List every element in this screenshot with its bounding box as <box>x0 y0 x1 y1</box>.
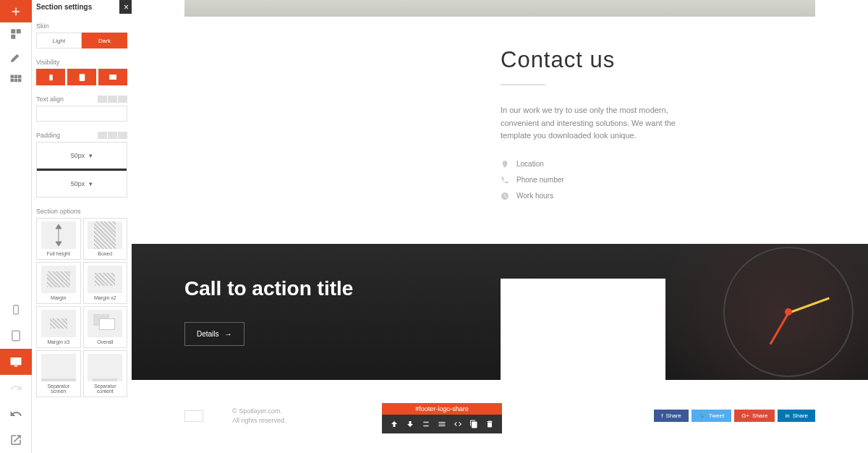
linkedin-icon: in <box>785 412 789 419</box>
option-fullheight[interactable]: Full height <box>36 218 81 260</box>
padding-box: 50px ▾ 50px ▾ <box>36 142 127 198</box>
visibility-label: Visibility <box>36 59 127 66</box>
svg-point-16 <box>424 422 425 423</box>
cta-title: Call to action title <box>184 277 353 300</box>
clock-decoration <box>723 247 854 377</box>
padding-bottom-value: 50px <box>71 180 85 187</box>
selector-toolbar <box>382 415 502 433</box>
contact-hours: Work hours <box>501 192 815 200</box>
svg-rect-14 <box>79 74 85 81</box>
svg-rect-9 <box>14 305 19 314</box>
desktop-preview[interactable] <box>0 349 32 375</box>
svg-rect-3 <box>11 75 14 79</box>
align-left[interactable] <box>98 96 107 103</box>
copy-button[interactable] <box>466 418 482 431</box>
skin-dark-button[interactable]: Dark <box>82 33 127 48</box>
contact-title: Contact us <box>501 47 815 73</box>
contact-divider <box>501 84 545 85</box>
align-center[interactable] <box>108 96 117 103</box>
svg-rect-2 <box>11 35 15 39</box>
open-external[interactable] <box>0 427 32 453</box>
padding-link3[interactable] <box>118 132 127 139</box>
padding-label: Padding <box>36 132 60 139</box>
align-right[interactable] <box>118 96 127 103</box>
option-label: Margin x2 <box>94 295 116 300</box>
phone-icon <box>501 176 509 185</box>
panel-content: Skin Light Dark Visibility Text align <box>32 14 132 406</box>
share-linkedin[interactable]: inShare <box>778 410 815 422</box>
padding-link1[interactable] <box>98 132 107 139</box>
redo-button[interactable] <box>0 375 32 401</box>
googleplus-icon: G+ <box>741 412 749 419</box>
layout-tool[interactable] <box>0 22 32 46</box>
cta-section[interactable]: Call to action title Details → <box>132 244 868 380</box>
skin-light-button[interactable]: Light <box>36 33 82 48</box>
details-button[interactable]: Details → <box>184 322 244 346</box>
contact-section[interactable]: Contact us In our work we try to use onl… <box>132 17 868 244</box>
svg-point-17 <box>425 422 427 423</box>
visibility-mobile[interactable] <box>36 69 65 85</box>
padding-top-value: 50px <box>71 152 85 159</box>
drag-handle[interactable] <box>418 418 434 431</box>
svg-rect-12 <box>14 365 18 367</box>
cta-placeholder-box[interactable] <box>501 279 665 380</box>
padding-bottom-select[interactable]: 50px ▾ <box>37 171 127 197</box>
grid-tool[interactable] <box>0 69 32 92</box>
option-label: Full height <box>47 251 70 256</box>
option-margin[interactable]: Margin <box>36 262 81 304</box>
tablet-preview[interactable] <box>0 323 32 349</box>
option-boxed[interactable]: Boxed <box>83 218 128 260</box>
element-selector: #footer-logo-share <box>382 403 502 433</box>
panel-header: Section settings × <box>32 0 132 14</box>
toolbar-top <box>0 0 31 92</box>
option-sepcontent[interactable]: Separator content <box>83 350 128 397</box>
padding-link2[interactable] <box>108 132 117 139</box>
svg-point-21 <box>427 426 429 427</box>
margin-preview <box>41 266 76 293</box>
option-label: Overall <box>97 339 113 344</box>
padding-top-select[interactable]: 50px ▾ <box>37 143 127 169</box>
move-up-button[interactable] <box>386 418 402 431</box>
svg-rect-8 <box>18 79 22 82</box>
copy-line2: All rights reserved. <box>232 416 286 426</box>
settings-button[interactable] <box>434 418 450 431</box>
edit-tool[interactable] <box>0 46 32 69</box>
delete-button[interactable] <box>482 418 498 431</box>
selector-label: #footer-logo-share <box>382 403 502 415</box>
visibility-tablet[interactable] <box>67 69 96 85</box>
option-marginx3[interactable]: Margin x3 <box>36 306 81 348</box>
close-icon[interactable]: × <box>119 0 132 14</box>
mobile-preview[interactable] <box>0 297 32 323</box>
option-overall[interactable]: Overall <box>83 306 128 348</box>
panel-title: Section settings <box>36 3 92 11</box>
option-marginx2[interactable]: Margin x2 <box>83 262 128 304</box>
visibility-group <box>36 69 127 85</box>
svg-rect-7 <box>14 79 18 82</box>
svg-point-18 <box>427 422 429 423</box>
twitter-icon: 🐦 <box>699 412 706 419</box>
settings-panel: Section settings × Skin Light Dark Visib… <box>32 0 132 453</box>
option-label: Separator content <box>87 384 124 394</box>
svg-rect-6 <box>11 79 14 82</box>
textalign-input[interactable] <box>36 106 127 122</box>
share-facebook[interactable]: fShare <box>654 410 689 422</box>
move-down-button[interactable] <box>402 418 418 431</box>
add-button[interactable] <box>0 0 32 22</box>
section-options-grid: Full height Boxed Margin Margin x2 Margi… <box>36 218 127 397</box>
share-googleplus[interactable]: G+Share <box>734 410 775 422</box>
boxed-preview <box>88 221 122 249</box>
left-toolbar <box>0 0 32 453</box>
textalign-buttons <box>98 96 127 103</box>
footer-logo <box>184 410 203 422</box>
footer-shares: fShare 🐦Tweet G+Share inShare <box>654 410 815 422</box>
undo-button[interactable] <box>0 401 32 427</box>
visibility-desktop[interactable] <box>98 69 127 85</box>
svg-point-20 <box>425 426 427 427</box>
contact-info: Location Phone number Work hours <box>501 160 815 200</box>
code-button[interactable] <box>450 418 466 431</box>
hero-section[interactable] <box>184 0 815 17</box>
share-twitter[interactable]: 🐦Tweet <box>692 410 731 422</box>
svg-rect-0 <box>11 29 15 33</box>
option-sepscreen[interactable]: Separator screen <box>36 350 81 397</box>
option-label: Separator screen <box>40 384 77 394</box>
